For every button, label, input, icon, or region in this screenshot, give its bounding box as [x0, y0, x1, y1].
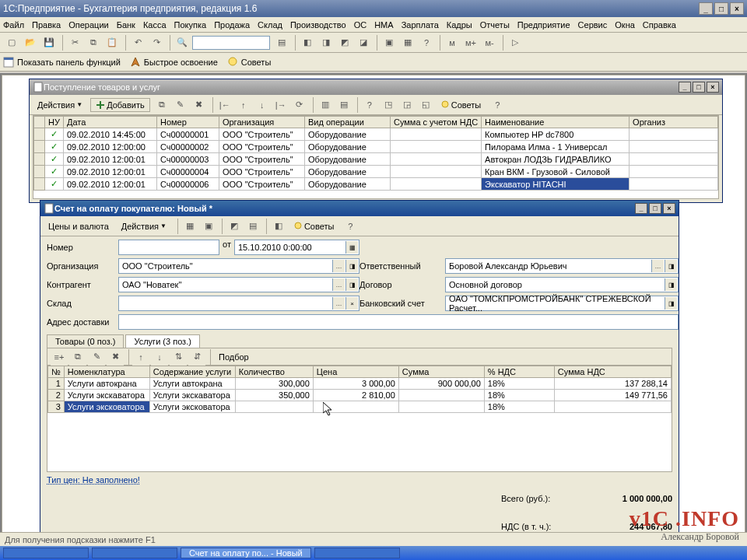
row-up-icon[interactable]: ↑	[132, 348, 149, 366]
doc-title[interactable]: Счет на оплату покупателю: Новый * _ □ ×	[40, 201, 679, 216]
menu-production[interactable]: Производство	[290, 20, 346, 30]
doc-close-button[interactable]: ×	[663, 203, 675, 214]
row-down-icon[interactable]: ↓	[151, 348, 168, 366]
menu-bank[interactable]: Банк	[117, 20, 135, 30]
open-icon[interactable]: ◨	[665, 278, 677, 291]
task-item-active[interactable]: Счет на оплату по... - Новый	[181, 548, 311, 558]
menu-nma[interactable]: НМА	[374, 20, 393, 30]
tool-icon[interactable]: ◧	[299, 34, 316, 51]
org-field[interactable]: ООО "Строитель" … ◨	[118, 258, 359, 274]
list-minimize-button[interactable]: _	[679, 82, 691, 93]
select-icon[interactable]: …	[332, 260, 345, 272]
quickstart-button[interactable]: Быстрое освоение	[130, 57, 218, 68]
menu-operations[interactable]: Операции	[68, 20, 108, 30]
menu-company[interactable]: Предприятие	[517, 20, 570, 30]
redo-icon[interactable]: ↷	[148, 34, 165, 51]
task-item[interactable]	[92, 548, 177, 558]
tb-down-icon[interactable]: ↓	[254, 96, 271, 114]
doc-maximize-button[interactable]: □	[649, 203, 661, 214]
task-item[interactable]	[314, 548, 400, 558]
dtb-5-icon[interactable]: ◧	[270, 218, 287, 235]
tool3-icon[interactable]: ◩	[336, 34, 353, 51]
select-icon[interactable]: …	[332, 278, 345, 291]
paste-icon[interactable]: 📋	[103, 34, 121, 51]
menu-stock[interactable]: Склад	[258, 20, 282, 30]
dtb-3-icon[interactable]: ◩	[226, 218, 243, 235]
tb-h1-icon[interactable]: ◳	[380, 96, 397, 114]
open-icon[interactable]: ◨	[345, 260, 358, 272]
list-maximize-button[interactable]: □	[693, 82, 705, 93]
date-field[interactable]: 15.10.2010 0:00:00 ▦	[234, 240, 359, 255]
tb-refresh-icon[interactable]: ⟳	[291, 96, 308, 114]
search-input[interactable]	[192, 36, 270, 50]
tb-f2-icon[interactable]: ▤	[335, 96, 352, 114]
tb-del-icon[interactable]: ✖	[191, 96, 208, 114]
menu-os[interactable]: ОС	[354, 20, 367, 30]
save-icon[interactable]: 💾	[40, 34, 58, 51]
tool9-icon[interactable]: м-	[481, 34, 498, 51]
menubar[interactable]: Файл Правка Операции Банк Касса Покупка …	[0, 17, 747, 33]
minimize-button[interactable]: _	[699, 2, 713, 15]
menu-hr[interactable]: Кадры	[447, 20, 472, 30]
counterparty-field[interactable]: ОАО "Новатек" … ◨	[118, 277, 359, 292]
maximize-button[interactable]: □	[714, 2, 728, 15]
bank-field[interactable]: ОАО "ТОМСКПРОМСТРОЙБАНК" СТРЕЖЕВСКОЙ Рас…	[445, 296, 679, 311]
row-sort-icon[interactable]: ⇅	[170, 348, 187, 366]
actions-button[interactable]: Действия▼	[33, 99, 87, 111]
tool7-icon[interactable]: м	[444, 34, 461, 51]
tab-services[interactable]: Услуги (3 поз.)	[125, 334, 199, 348]
select-icon[interactable]: …	[651, 260, 664, 272]
calc-icon[interactable]: ▤	[273, 34, 290, 51]
menu-salary[interactable]: Зарплата	[402, 20, 439, 30]
menu-service[interactable]: Сервис	[578, 20, 608, 30]
tb-h3-icon[interactable]: ◱	[417, 96, 434, 114]
find-icon[interactable]: 🔍	[174, 34, 191, 51]
menu-windows[interactable]: Окна	[615, 20, 635, 30]
menu-purchase[interactable]: Покупка	[174, 20, 207, 30]
row-del-icon[interactable]: ✖	[107, 348, 124, 366]
tool5-icon[interactable]: ▣	[381, 34, 398, 51]
tool4-icon[interactable]: ◪	[355, 34, 372, 51]
tb-add-copy-icon[interactable]: ⧉	[153, 96, 170, 114]
cut-icon[interactable]: ✂	[66, 34, 83, 51]
tool6-icon[interactable]: ▦	[399, 34, 416, 51]
new-icon[interactable]: ▢	[3, 34, 20, 51]
copy-icon[interactable]: ⧉	[85, 34, 102, 51]
menu-help[interactable]: Справка	[643, 20, 676, 30]
select-items-button[interactable]: Подбор	[214, 351, 254, 363]
list-window-title[interactable]: Поступление товаров и услуг _ □ ×	[30, 79, 722, 95]
price-currency-button[interactable]: Цены и валюта	[44, 220, 114, 233]
contract-field[interactable]: Основной договор ◨	[445, 277, 679, 292]
tb-last-icon[interactable]: |→	[272, 96, 289, 114]
close-button[interactable]: ×	[730, 2, 744, 15]
help-icon[interactable]: ?	[418, 34, 435, 51]
row-edit-icon[interactable]: ✎	[88, 348, 105, 366]
tool10-icon[interactable]: ▷	[507, 34, 524, 51]
dtb-1-icon[interactable]: ▦	[181, 218, 198, 235]
open-icon[interactable]: ◨	[665, 297, 677, 310]
list-close-button[interactable]: ×	[707, 82, 719, 93]
menu-sale[interactable]: Продажа	[214, 20, 250, 30]
dtb-4-icon[interactable]: ▤	[244, 218, 261, 235]
tb-f1-icon[interactable]: ▥	[317, 96, 334, 114]
tb-help-icon[interactable]: ?	[361, 96, 378, 114]
doc-actions-button[interactable]: Действия▼	[117, 220, 171, 233]
calendar-icon[interactable]: ▦	[345, 241, 358, 254]
tb-up-icon[interactable]: ↑	[235, 96, 252, 114]
list-tips-button[interactable]: Советы	[436, 99, 486, 111]
doc-tips-button[interactable]: Советы	[289, 220, 338, 233]
open-icon[interactable]: ◨	[345, 278, 358, 291]
tool2-icon[interactable]: ◨	[317, 34, 335, 51]
row-sort2-icon[interactable]: ⇵	[188, 348, 205, 366]
show-panel-button[interactable]: Показать панель функций	[3, 57, 121, 68]
doc-minimize-button[interactable]: _	[635, 203, 647, 214]
row-copy-icon[interactable]: ⧉	[69, 348, 86, 366]
responsible-field[interactable]: Боровой Александр Юрьевич … ◨	[445, 258, 679, 274]
list-grid[interactable]: НУ Дата Номер Организация Вид операции С…	[33, 115, 719, 199]
menu-cash[interactable]: Касса	[143, 20, 167, 30]
dtb-2-icon[interactable]: ▣	[200, 218, 217, 235]
tips-button[interactable]: Советы	[227, 57, 271, 68]
row-add-icon[interactable]: ≡+	[51, 348, 68, 366]
open-icon[interactable]: 📂	[22, 34, 39, 51]
menu-reports[interactable]: Отчеты	[480, 20, 510, 30]
